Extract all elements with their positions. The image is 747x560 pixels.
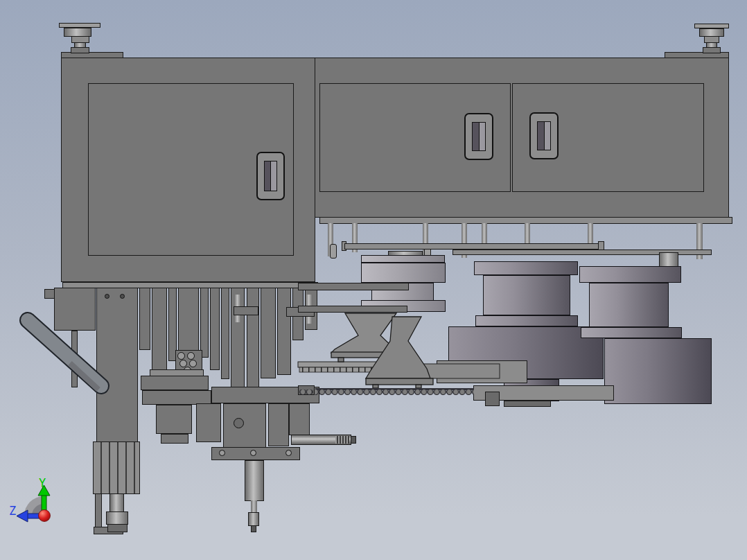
cad-viewport[interactable]: Y Z	[0, 0, 747, 560]
orientation-triad[interactable]: Y Z	[9, 476, 51, 522]
overlay-graphics: Y Z	[0, 0, 747, 560]
origin-sphere-icon	[39, 510, 51, 522]
z-axis-arrow-icon	[17, 510, 28, 522]
diagonal-chute-brace	[28, 320, 101, 390]
y-axis-label: Y	[39, 476, 46, 490]
z-axis-label: Z	[9, 504, 16, 518]
conveyor-chain	[299, 388, 474, 398]
